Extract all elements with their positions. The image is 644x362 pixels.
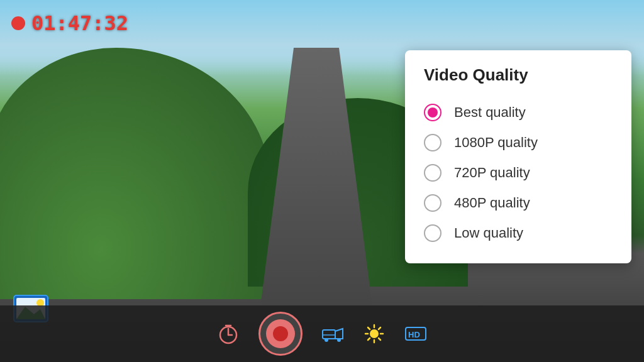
quality-label-3: 480P quality xyxy=(454,195,530,211)
rec-dot xyxy=(11,16,25,30)
bottom-toolbar: HD xyxy=(0,305,644,362)
radio-inner-0 xyxy=(428,107,438,118)
svg-rect-9 xyxy=(323,330,335,339)
dashcam-icon-container[interactable] xyxy=(321,322,344,345)
svg-line-22 xyxy=(368,338,370,340)
quality-option-4[interactable]: Low quality xyxy=(424,218,613,248)
recording-indicator: 01:47:32 xyxy=(11,11,128,35)
quality-option-2[interactable]: 720P quality xyxy=(424,158,613,188)
recording-time: 01:47:32 xyxy=(31,11,128,35)
quality-option-0[interactable]: Best quality xyxy=(424,97,613,128)
radio-outer-0 xyxy=(424,104,441,121)
svg-point-14 xyxy=(370,329,379,338)
quality-options-list: Best quality1080P quality720P quality480… xyxy=(424,97,613,248)
quality-label-0: Best quality xyxy=(454,104,526,121)
toolbar-inner: HD xyxy=(217,312,427,356)
quality-label-4: Low quality xyxy=(454,225,523,241)
quality-label-2: 720P quality xyxy=(454,165,530,181)
svg-line-21 xyxy=(379,327,380,329)
hd-icon-container[interactable]: HD xyxy=(404,322,427,345)
radio-outer-3 xyxy=(424,194,441,212)
svg-point-11 xyxy=(325,338,328,342)
record-dot xyxy=(273,326,288,341)
radio-outer-2 xyxy=(424,164,441,182)
timer-icon-container[interactable] xyxy=(217,322,240,345)
record-button[interactable] xyxy=(258,312,303,356)
svg-line-19 xyxy=(368,327,370,329)
hill-left xyxy=(0,48,270,299)
quality-label-1: 1080P quality xyxy=(454,134,538,151)
road xyxy=(260,48,373,312)
svg-line-20 xyxy=(379,338,380,340)
quality-panel: Video Quality Best quality1080P quality7… xyxy=(405,50,631,263)
quality-option-1[interactable]: 1080P quality xyxy=(424,128,613,158)
radio-outer-4 xyxy=(424,224,441,242)
svg-text:HD: HD xyxy=(408,330,420,339)
brightness-icon-container[interactable] xyxy=(363,322,386,345)
record-inner xyxy=(266,319,295,348)
radio-outer-1 xyxy=(424,134,441,151)
quality-panel-title: Video Quality xyxy=(424,65,613,85)
svg-point-12 xyxy=(337,338,341,342)
svg-marker-10 xyxy=(335,329,343,339)
quality-option-3[interactable]: 480P quality xyxy=(424,188,613,218)
